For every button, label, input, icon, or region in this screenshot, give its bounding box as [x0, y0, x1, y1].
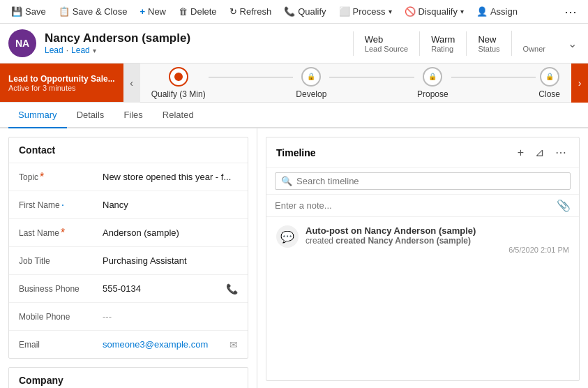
save-close-button[interactable]: 📋 Save & Close	[53, 3, 133, 20]
stage-propose[interactable]: Propose	[417, 67, 448, 99]
field-first-name-value[interactable]: Nancy	[103, 200, 238, 210]
chevron-right-icon: ›	[578, 77, 582, 89]
disqualify-dropdown-icon: ▾	[460, 8, 464, 15]
right-panel: Timeline + ⊿ ⋯ 🔍	[257, 128, 588, 388]
chevron-down-icon: ⌄	[568, 38, 577, 50]
field-job-title-value[interactable]: Purchasing Assistant	[103, 255, 238, 266]
stage-develop-circle	[301, 67, 321, 87]
field-last-name-label: Last Name *	[19, 227, 103, 239]
avatar: NA	[8, 29, 36, 57]
tab-files[interactable]: Files	[114, 103, 152, 128]
meta-rating-value: Warm	[431, 34, 455, 45]
timeline-more-button[interactable]: ⋯	[552, 144, 569, 161]
field-mobile-phone-label: Mobile Phone	[19, 312, 103, 322]
email-compose-icon[interactable]: ✉	[229, 339, 238, 350]
contact-section: Contact Topic * New store opened this ye…	[8, 137, 248, 359]
assign-icon: 👤	[476, 6, 488, 17]
contact-section-header: Contact	[9, 137, 248, 163]
plus-icon: +	[518, 147, 524, 158]
chevron-left-icon: ‹	[130, 77, 133, 89]
assign-button[interactable]: 👤 Assign	[471, 3, 523, 20]
field-business-phone-value[interactable]: 555-0134	[103, 283, 226, 294]
stage-alert-title: Lead to Opportunity Sale...	[8, 74, 115, 84]
field-email-label: Email	[19, 340, 103, 350]
stage-close-label: Close	[538, 89, 560, 99]
meta-lead-source-value: Web	[365, 34, 384, 45]
entry-subtitle: created created Nancy Anderson (sample)	[306, 236, 569, 246]
field-mobile-phone-value[interactable]: ---	[103, 311, 238, 322]
timeline-header: Timeline + ⊿ ⋯	[266, 137, 579, 168]
timeline-filter-button[interactable]: ⊿	[532, 144, 547, 161]
process-button[interactable]: ⬜ Process ▾	[333, 3, 398, 20]
stage-close-circle	[540, 67, 559, 87]
meta-rating: Warm Rating	[419, 31, 466, 56]
record-type-link[interactable]: Lead	[45, 45, 63, 55]
firstname-optional-indicator: ·	[61, 200, 64, 211]
field-first-name: First Name · Nancy	[9, 191, 248, 218]
timeline-search-area: 🔍	[266, 168, 579, 195]
entry-avatar: 💬	[276, 225, 299, 248]
refresh-icon: ↻	[229, 6, 237, 17]
refresh-button[interactable]: ↻ Refresh	[224, 3, 278, 20]
note-input-area: 📎	[266, 195, 579, 217]
note-input[interactable]	[275, 200, 557, 211]
delete-button[interactable]: 🗑 Delete	[173, 3, 223, 20]
process-icon: ⬜	[339, 6, 350, 17]
stage-prev-button[interactable]: ‹	[123, 64, 140, 103]
header-expand-button[interactable]: ⌄	[565, 34, 580, 53]
meta-status: New Status	[466, 31, 511, 56]
meta-owner: Owner	[511, 31, 557, 56]
tab-summary[interactable]: Summary	[8, 103, 67, 128]
note-attach-button[interactable]: 📎	[557, 199, 571, 212]
tab-related[interactable]: Related	[153, 103, 204, 128]
stage-next-button[interactable]: ›	[571, 64, 588, 103]
timeline-entry: 💬 Auto-post on Nancy Anderson (sample) c…	[266, 217, 579, 262]
stage-develop-label: Develop	[296, 89, 326, 99]
field-business-phone: Business Phone 555-0134 📞	[9, 274, 248, 302]
field-topic-label: Topic *	[19, 172, 103, 183]
save-close-icon: 📋	[59, 6, 70, 17]
disqualify-icon: 🚫	[405, 6, 416, 17]
entry-content: Auto-post on Nancy Anderson (sample) cre…	[306, 225, 569, 254]
stage-alert[interactable]: Lead to Opportunity Sale... Active for 3…	[0, 64, 123, 102]
field-job-title-label: Job Title	[19, 256, 103, 266]
stage-qualify-circle	[169, 67, 188, 87]
process-dropdown-icon: ▾	[389, 8, 392, 15]
field-business-phone-label: Business Phone	[19, 284, 103, 294]
more-options-button[interactable]: ⋯	[559, 1, 582, 22]
save-button[interactable]: 💾 Save	[6, 3, 52, 20]
disqualify-button[interactable]: 🚫 Disqualify ▾	[399, 3, 469, 20]
stage-bar: Lead to Opportunity Sale... Active for 3…	[0, 64, 588, 103]
stages-container: Qualify (3 Min) Develop Propose Close	[140, 67, 571, 99]
record-link[interactable]: Lead	[71, 45, 90, 55]
company-section: Company	[8, 367, 248, 388]
stage-qualify-label: Qualify (3 Min)	[151, 89, 206, 99]
left-panel: Contact Topic * New store opened this ye…	[0, 128, 257, 388]
field-email-value[interactable]: someone3@example.com	[103, 339, 229, 350]
timeline-search-input[interactable]	[296, 176, 564, 186]
field-mobile-phone: Mobile Phone ---	[9, 302, 248, 330]
stage-connector-1	[209, 77, 294, 77]
meta-status-value: New	[478, 34, 496, 45]
tabs: Summary Details Files Related	[0, 103, 588, 128]
stage-connector-3	[451, 77, 536, 77]
new-icon: +	[140, 6, 145, 17]
stage-qualify[interactable]: Qualify (3 Min)	[151, 67, 206, 99]
stage-close[interactable]: Close	[538, 67, 560, 99]
tab-details[interactable]: Details	[67, 103, 114, 128]
timeline-add-button[interactable]: +	[515, 144, 527, 161]
filter-icon: ⊿	[535, 147, 544, 158]
field-last-name-value[interactable]: Anderson (sample)	[103, 227, 238, 238]
entry-title-bold: Auto-post on Nancy Anderson (sample)	[306, 225, 476, 236]
field-topic-value[interactable]: New store opened this year - f...	[103, 172, 238, 182]
field-first-name-label: First Name ·	[19, 200, 103, 211]
stage-connector-2	[329, 77, 414, 77]
meta-rating-label: Rating	[431, 45, 453, 53]
topic-required-indicator: *	[40, 172, 44, 183]
qualify-button[interactable]: 📞 Qualify	[278, 3, 331, 20]
more-icon: ⋯	[564, 4, 577, 20]
phone-call-icon[interactable]: 📞	[226, 283, 238, 294]
stage-develop[interactable]: Develop	[296, 67, 326, 99]
field-topic: Topic * New store opened this year - f..…	[9, 163, 248, 191]
new-button[interactable]: + New	[134, 3, 172, 20]
